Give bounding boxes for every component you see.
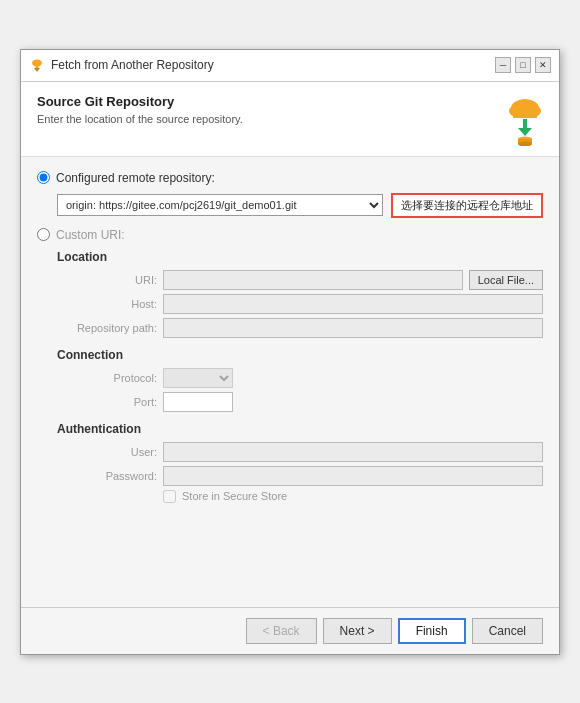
svg-rect-7 <box>523 119 527 129</box>
back-button[interactable]: < Back <box>246 618 317 644</box>
title-bar: Fetch from Another Repository ─ □ ✕ <box>21 50 559 82</box>
user-label: User: <box>57 446 157 458</box>
uri-row: URI: Local File... <box>57 270 543 290</box>
next-button[interactable]: Next > <box>323 618 392 644</box>
svg-marker-8 <box>518 128 532 136</box>
protocol-row: Protocol: <box>57 368 543 388</box>
local-file-button[interactable]: Local File... <box>469 270 543 290</box>
spacer <box>37 513 543 593</box>
configured-remote-label[interactable]: Configured remote repository: <box>56 171 215 185</box>
auth-title: Authentication <box>57 422 543 436</box>
user-row: User: <box>57 442 543 462</box>
minimize-button[interactable]: ─ <box>495 57 511 73</box>
header-text: Source Git Repository Enter the location… <box>37 94 243 125</box>
port-row: Port: <box>57 392 543 412</box>
port-label: Port: <box>57 396 157 408</box>
connection-title: Connection <box>57 348 543 362</box>
host-row: Host: <box>57 294 543 314</box>
port-input[interactable] <box>163 392 233 412</box>
window-icon <box>29 57 45 73</box>
custom-uri-radio[interactable] <box>37 228 50 241</box>
main-window: Fetch from Another Repository ─ □ ✕ Sour… <box>20 49 560 655</box>
location-title: Location <box>57 250 543 264</box>
custom-uri-label[interactable]: Custom URI: <box>56 228 125 242</box>
window-title: Fetch from Another Repository <box>51 58 214 72</box>
close-button[interactable]: ✕ <box>535 57 551 73</box>
maximize-button[interactable]: □ <box>515 57 531 73</box>
page-subtitle: Enter the location of the source reposit… <box>37 113 243 125</box>
secure-store-row: Store in Secure Store <box>163 490 543 503</box>
cancel-button[interactable]: Cancel <box>472 618 543 644</box>
authentication-group: Authentication User: Password: Store in … <box>57 422 543 503</box>
location-group: Location URI: Local File... Host: Reposi… <box>57 250 543 338</box>
title-bar-left: Fetch from Another Repository <box>29 57 214 73</box>
repo-path-row: Repository path: <box>57 318 543 338</box>
finish-button[interactable]: Finish <box>398 618 466 644</box>
content-area: Configured remote repository: origin: ht… <box>21 157 559 607</box>
protocol-label: Protocol: <box>57 372 157 384</box>
host-input[interactable] <box>163 294 543 314</box>
svg-marker-2 <box>34 68 40 72</box>
host-label: Host: <box>57 298 157 310</box>
custom-uri-section: Location URI: Local File... Host: Reposi… <box>57 250 543 503</box>
configured-remote-option[interactable]: Configured remote repository: <box>37 171 543 185</box>
svg-rect-6 <box>513 110 537 118</box>
uri-label: URI: <box>57 274 157 286</box>
page-title: Source Git Repository <box>37 94 243 109</box>
remote-row: origin: https://gitee.com/pcj2619/git_de… <box>57 193 543 218</box>
cloud-fetch-icon <box>507 96 543 146</box>
protocol-select[interactable] <box>163 368 233 388</box>
password-label: Password: <box>57 470 157 482</box>
password-input[interactable] <box>163 466 543 486</box>
secure-store-label: Store in Secure Store <box>182 490 287 502</box>
connection-group: Connection Protocol: Port: <box>57 348 543 412</box>
footer: < Back Next > Finish Cancel <box>21 607 559 654</box>
secure-store-checkbox[interactable] <box>163 490 176 503</box>
uri-input[interactable] <box>163 270 463 290</box>
repo-path-label: Repository path: <box>57 322 157 334</box>
password-row: Password: <box>57 466 543 486</box>
header-icon-area <box>507 96 543 146</box>
user-input[interactable] <box>163 442 543 462</box>
tooltip-box: 选择要连接的远程仓库地址 <box>391 193 543 218</box>
custom-uri-option[interactable]: Custom URI: <box>37 228 543 242</box>
remote-select[interactable]: origin: https://gitee.com/pcj2619/git_de… <box>57 194 383 216</box>
repo-path-input[interactable] <box>163 318 543 338</box>
title-controls: ─ □ ✕ <box>495 57 551 73</box>
header-section: Source Git Repository Enter the location… <box>21 82 559 157</box>
configured-remote-radio[interactable] <box>37 171 50 184</box>
svg-point-0 <box>32 60 42 67</box>
